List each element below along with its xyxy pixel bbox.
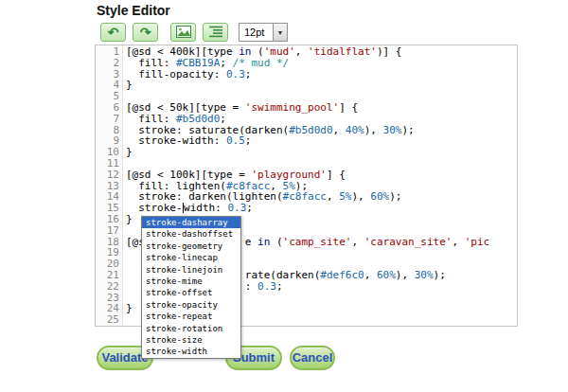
code-line[interactable]: } — [126, 80, 517, 91]
line-number: 11 — [96, 158, 119, 169]
line-number-gutter: 1234567891011121314151617181920212223242… — [96, 45, 123, 326]
autocomplete-item[interactable]: stroke-repeat — [142, 311, 240, 322]
code-token: stroke- — [126, 202, 183, 214]
code-token: ; — [245, 68, 252, 80]
image-icon — [176, 26, 191, 40]
code-token: 'tidalflat' — [308, 45, 377, 58]
code-line[interactable]: stroke-width: 0.3; — [126, 203, 517, 214]
autocomplete-item[interactable]: stroke-linecap — [142, 252, 240, 263]
code-token: ] { — [327, 169, 346, 181]
code-token: , — [364, 269, 377, 281]
code-token: ), — [351, 190, 370, 203]
chevron-down-icon[interactable]: ▼ — [273, 24, 287, 41]
code-line[interactable]: fill-opacity: 0.3; — [126, 69, 517, 80]
code-token: } — [126, 213, 133, 225]
line-number: 17 — [96, 225, 119, 237]
font-size-value: 12pt — [240, 24, 273, 41]
autocomplete-item[interactable]: stroke-offset — [142, 287, 240, 298]
undo-arrow-icon: ↶ — [108, 26, 119, 39]
cancel-button[interactable]: Cancel — [290, 346, 335, 370]
code-token: 0.5 — [226, 134, 245, 147]
line-number: 25 — [96, 314, 119, 326]
autocomplete-item[interactable]: stroke-dashoffset — [142, 228, 240, 240]
autocomplete-item[interactable]: stroke-mime — [142, 276, 240, 287]
code-token: 0.3 — [257, 280, 276, 293]
code-token: 60% — [377, 269, 396, 281]
code-token: 'caravan_site' — [364, 236, 453, 248]
code-token: 0.3 — [226, 68, 245, 80]
code-token: ; — [276, 280, 283, 293]
code-token: , — [295, 45, 308, 58]
redo-button[interactable]: ↷ — [133, 23, 158, 42]
line-number: 16 — [96, 214, 119, 225]
code-token: 'camp_site' — [283, 236, 352, 248]
code-token: ; — [245, 134, 252, 147]
code-token: stroke-width: — [126, 134, 226, 147]
page-title: Style Editor — [97, 3, 518, 18]
line-number: 21 — [96, 270, 119, 281]
code-token: ), — [364, 124, 383, 136]
code-token: #c8facc — [283, 190, 327, 203]
code-token: 'swimming_pool' — [245, 101, 339, 114]
code-token: } — [126, 146, 133, 158]
code-line[interactable]: } — [126, 147, 517, 158]
code-token: } — [126, 302, 133, 314]
code-token: 'pic — [465, 236, 490, 248]
code-token: 30% — [415, 269, 434, 281]
redo-arrow-icon: ↷ — [140, 26, 151, 39]
code-token: , — [327, 190, 339, 203]
insert-image-button[interactable] — [170, 23, 196, 42]
font-size-select[interactable]: 12pt ▼ — [239, 23, 288, 42]
code-token: )] { — [377, 45, 402, 58]
autocomplete-item[interactable]: stroke-opacity — [142, 299, 240, 311]
code-token: 30% — [383, 124, 402, 136]
autocomplete-item[interactable]: stroke-width — [142, 346, 240, 357]
code-token: ); — [389, 190, 401, 203]
code-token: #def6c0 — [320, 269, 364, 281]
line-number: 6 — [96, 102, 119, 114]
code-token: } — [126, 79, 133, 91]
code-token: #b5d0d0 — [289, 124, 332, 136]
autocomplete-popup[interactable]: stroke-dasharraystroke-dashoffsetstroke-… — [141, 216, 241, 359]
autocomplete-item[interactable]: stroke-geometry — [142, 241, 240, 252]
code-token: ; — [246, 202, 253, 214]
code-token: 0.3 — [227, 202, 246, 214]
code-token: , — [351, 236, 364, 248]
code-token: ); — [401, 124, 414, 136]
line-number: 22 — [96, 281, 119, 293]
line-number: 7 — [96, 114, 119, 125]
code-token: 5% — [339, 190, 351, 203]
code-token: ), — [396, 269, 415, 281]
code-token: , — [452, 236, 464, 248]
code-token: , — [333, 124, 346, 136]
autocomplete-item[interactable]: stroke-linejoin — [142, 264, 240, 276]
line-number: 12 — [96, 169, 119, 181]
code-token: 60% — [370, 190, 389, 203]
code-token: in — [257, 236, 270, 248]
autocomplete-item[interactable]: stroke-dasharray — [142, 217, 240, 228]
code-line[interactable]: stroke-width: 0.5; — [126, 135, 517, 147]
code-token: ( — [270, 236, 282, 248]
code-token: fill-opacity: — [126, 68, 226, 80]
indent-lines-icon — [208, 25, 223, 40]
code-token: ] { — [339, 101, 358, 114]
code-token: width: — [184, 202, 227, 214]
autocomplete-item[interactable]: stroke-rotation — [142, 323, 240, 334]
indent-button[interactable] — [203, 23, 228, 42]
autocomplete-item[interactable]: stroke-size — [142, 334, 240, 346]
code-token: 40% — [346, 124, 364, 136]
line-number: 2 — [96, 58, 119, 69]
editor-toolbar: ↶ ↷ — [100, 22, 518, 43]
undo-button[interactable]: ↶ — [100, 23, 126, 42]
style-editor-widget: Style Editor ↶ ↷ — [95, 3, 518, 372]
code-token: ); — [434, 269, 446, 281]
